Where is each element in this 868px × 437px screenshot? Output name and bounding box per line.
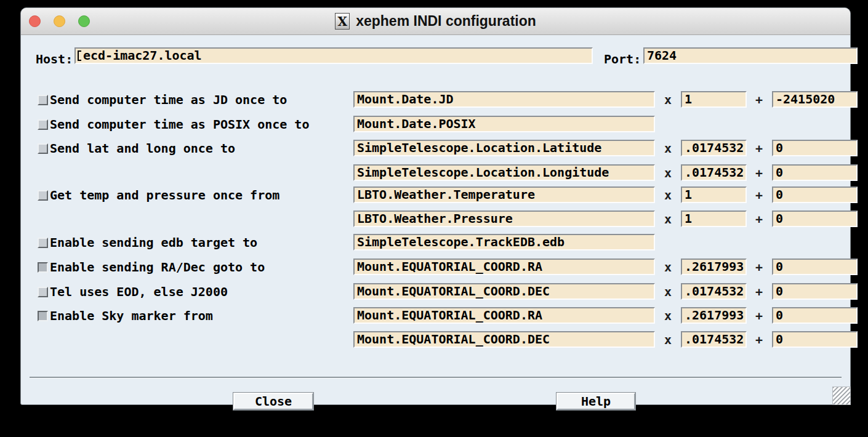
scale-field[interactable]: .2617993 [681,307,747,324]
indi-property-field[interactable]: SimpleTelescope.Location.Latitude [353,140,655,156]
window-title: xephem INDI configuration [356,13,536,30]
plus-label: + [751,283,767,301]
multiply-label: x [660,186,676,204]
multiply-label: x [660,331,676,349]
plus-label: + [751,259,767,276]
config-row-pressure: LBTO.Weather.Pressure x 1 + 0 [21,210,850,227]
indi-property-field[interactable]: SimpleTelescope.Location.Longitude [353,164,655,181]
plus-label: + [751,186,767,204]
plus-label: + [751,331,767,349]
indi-property-field[interactable]: Mount.EQUATORIAL_COORD.RA [353,307,655,324]
plus-label: + [751,140,767,158]
xephem-indi-config-window: X xephem INDI configuration Host: ecd-im… [20,7,851,405]
indi-property-field[interactable]: Mount.Date.POSIX [353,116,655,132]
row-label: Enable sending RA/Dec goto to [50,259,265,276]
scale-field[interactable]: 1 [681,186,747,203]
row-label: Send computer time as JD once to [50,91,287,109]
multiply-label: x [660,164,676,182]
multiply-label: x [660,210,676,228]
indi-property-field[interactable]: LBTO.Weather.Pressure [353,210,655,227]
separator [30,377,842,379]
offset-field[interactable]: 0 [772,331,858,348]
offset-field[interactable]: 0 [772,164,858,181]
row-label: Enable Sky marker from [50,307,213,325]
zoom-window-button[interactable] [78,15,90,27]
config-row-goto-dec: Tel uses EOD, else J2000 Mount.EQUATORIA… [21,283,850,300]
indi-property-field[interactable]: Mount.EQUATORIAL_COORD.DEC [353,283,655,300]
scale-field[interactable]: .0174532 [681,283,747,300]
minimize-window-button[interactable] [54,15,65,27]
enable-edb-checkbox[interactable] [38,238,48,248]
port-input[interactable]: 7624 [643,47,858,64]
offset-field[interactable]: 0 [772,259,858,275]
config-row-longitude: SimpleTelescope.Location.Longitude x .01… [21,164,850,181]
host-label: Host: [36,51,73,68]
text-caret [78,50,79,61]
offset-field[interactable]: 0 [772,140,858,156]
scale-field[interactable]: .2617993 [681,259,747,275]
dialog-content: Host: ecd-imac27.local Port: 7624 Send c… [21,36,850,404]
scale-field[interactable]: 1 [681,210,747,227]
host-input[interactable]: ecd-imac27.local [74,47,593,64]
scale-field[interactable]: .0174532 [681,164,747,181]
row-label: Get temp and pressure once from [50,186,279,204]
offset-field[interactable]: 0 [772,186,858,203]
plus-label: + [751,307,767,325]
window-controls [29,15,90,27]
multiply-label: x [660,259,676,276]
enable-goto-checkbox[interactable] [38,262,48,273]
send-latlong-checkbox[interactable] [38,143,48,154]
plus-label: + [751,210,767,228]
host-port-row: Host: ecd-imac27.local Port: 7624 [21,51,850,68]
indi-property-field[interactable]: Mount.EQUATORIAL_COORD.RA [353,259,655,275]
plus-label: + [751,164,767,182]
config-row-latitude: Send lat and long once to SimpleTelescop… [21,140,850,156]
indi-property-field[interactable]: Mount.EQUATORIAL_COORD.DEC [353,331,655,348]
row-label: Enable sending edb target to [50,234,257,252]
send-posix-checkbox[interactable] [38,119,48,130]
config-row-goto-ra: Enable sending RA/Dec goto to Mount.EQUA… [21,259,850,275]
sky-marker-checkbox[interactable] [38,311,48,321]
multiply-label: x [660,307,676,325]
offset-field[interactable]: 0 [772,210,858,227]
send-jd-checkbox[interactable] [38,95,48,105]
offset-field[interactable]: 0 [772,307,858,324]
resize-grip[interactable] [832,387,851,405]
multiply-label: x [660,140,676,158]
config-row-edb: Enable sending edb target to SimpleTeles… [21,234,850,251]
config-row-posix: Send computer time as POSIX once to Moun… [21,116,850,132]
indi-property-field[interactable]: Mount.Date.JD [353,91,655,108]
close-button[interactable]: Close [233,393,313,410]
eod-j2000-checkbox[interactable] [38,287,48,297]
indi-property-field[interactable]: LBTO.Weather.Temperature [353,186,655,203]
row-label: Send lat and long once to [50,140,235,158]
host-value: ecd-imac27.local [83,48,202,63]
title-bar[interactable]: X xephem INDI configuration [21,8,850,35]
multiply-label: x [660,283,676,301]
offset-field[interactable]: -2415020 [772,91,858,108]
scale-field[interactable]: .0174532 [681,140,747,156]
row-label: Tel uses EOD, else J2000 [50,283,228,301]
plus-label: + [751,91,767,109]
scale-field[interactable]: 1 [681,91,747,108]
indi-property-field[interactable]: SimpleTelescope.TrackEDB.edb [353,234,655,251]
config-row-marker-dec: Mount.EQUATORIAL_COORD.DEC x .0174532 + … [21,331,850,348]
config-row-marker-ra: Enable Sky marker from Mount.EQUATORIAL_… [21,307,850,324]
help-button[interactable]: Help [557,393,635,410]
port-label: Port: [604,51,641,68]
get-temp-pressure-checkbox[interactable] [38,190,48,201]
config-row-jd: Send computer time as JD once to Mount.D… [21,91,850,108]
offset-field[interactable]: 0 [772,283,858,300]
config-row-temperature: Get temp and pressure once from LBTO.Wea… [21,186,850,203]
close-window-button[interactable] [29,15,41,27]
x-logo-icon: X [335,13,350,30]
multiply-label: x [660,91,676,109]
scale-field[interactable]: .0174532 [681,331,747,348]
row-label: Send computer time as POSIX once to [50,116,309,134]
